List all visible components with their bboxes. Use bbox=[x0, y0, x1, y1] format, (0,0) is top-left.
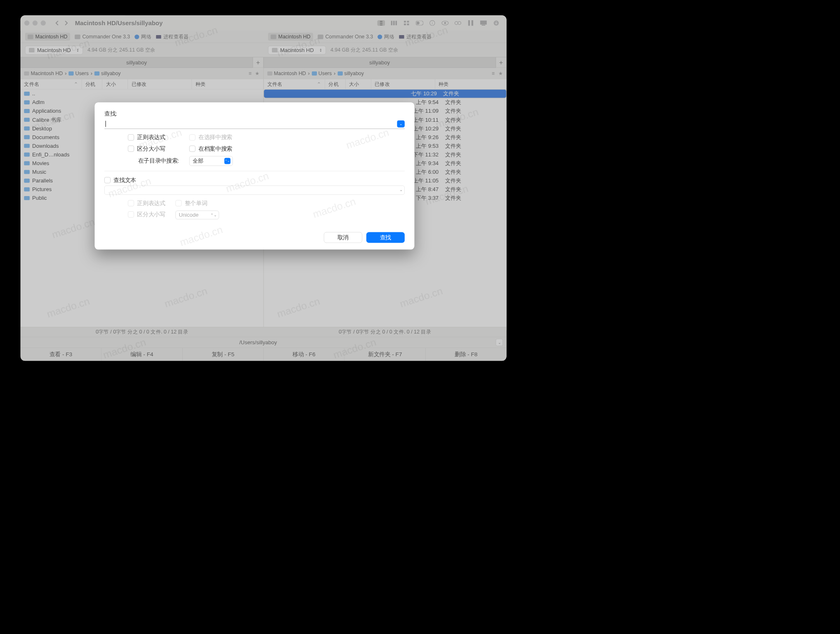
function-keys: 查看 - F3 编辑 - F4 复制 - F5 移动 - F6 新文件夹 - F… bbox=[21, 348, 507, 361]
whole-word-checkbox: 整个单词 bbox=[175, 199, 219, 207]
cancel-button[interactable]: 取消 bbox=[324, 232, 362, 243]
preview-icon[interactable] bbox=[441, 20, 449, 26]
find-text-history-button[interactable]: ⌄ bbox=[399, 187, 403, 192]
col-name[interactable]: 文件名⌃ bbox=[21, 79, 82, 89]
svg-rect-8 bbox=[404, 24, 406, 25]
queue-icon[interactable] bbox=[467, 20, 475, 26]
tab-right[interactable]: sillyaboy bbox=[264, 57, 496, 68]
svg-rect-18 bbox=[468, 20, 470, 26]
fkey-newfolder[interactable]: 新文件夹 - F7 bbox=[344, 348, 425, 361]
fkey-edit[interactable]: 编辑 - F4 bbox=[101, 348, 182, 361]
list-icon-r[interactable]: ≡ bbox=[492, 70, 495, 76]
regex-checkbox[interactable]: 正则表达式 bbox=[128, 134, 179, 142]
svg-rect-4 bbox=[393, 21, 395, 25]
file-row[interactable]: .. bbox=[21, 89, 264, 98]
folder-icon bbox=[24, 118, 30, 122]
source-network-r[interactable]: 网络 bbox=[378, 33, 394, 40]
folder-icon bbox=[24, 144, 30, 148]
view-columns-icon[interactable] bbox=[390, 20, 398, 26]
breadcrumb-tools-right: ≡ ★ bbox=[492, 70, 503, 76]
col-ext[interactable]: 分机 bbox=[82, 79, 102, 89]
encoding-select[interactable]: Unicode⌃⌄ bbox=[175, 211, 219, 219]
case-checkbox[interactable]: 区分大小写 bbox=[128, 145, 179, 153]
find-text-checkbox[interactable]: 查找文本 bbox=[104, 176, 405, 184]
col-mod-r[interactable]: 已修改 bbox=[371, 79, 435, 89]
crumb-root[interactable]: Macintosh HD bbox=[24, 71, 63, 76]
drive-selector-left[interactable]: Macintosh HD▲▼ bbox=[25, 46, 83, 54]
minimize-window-button[interactable] bbox=[33, 21, 38, 26]
status-row: 0字节 / 0字节 分之 0 / 0 文件. 0 / 12 目录 0字节 / 0… bbox=[21, 327, 507, 337]
subdir-select[interactable]: 全部⌃⌄ bbox=[189, 156, 233, 166]
svg-rect-21 bbox=[481, 25, 485, 26]
new-tab-right[interactable]: + bbox=[496, 57, 507, 68]
view-grid-icon[interactable] bbox=[403, 20, 411, 26]
crumb-users[interactable]: Users bbox=[68, 71, 89, 76]
svg-rect-20 bbox=[480, 21, 487, 25]
nav-back-button[interactable] bbox=[54, 20, 60, 26]
source-network[interactable]: 网络 bbox=[134, 33, 151, 40]
file-row[interactable]: 七午 10:29文件夹 bbox=[264, 89, 507, 98]
close-window-button[interactable] bbox=[24, 21, 29, 26]
zoom-window-button[interactable] bbox=[41, 21, 46, 26]
crumb-users-r[interactable]: Users bbox=[312, 71, 332, 76]
folder-icon bbox=[24, 187, 30, 192]
path-footer: /Users/sillyaboy ⌄ bbox=[21, 337, 507, 348]
col-size-r[interactable]: 大小 bbox=[345, 79, 371, 89]
find-button[interactable]: 查找 bbox=[366, 232, 405, 243]
case2-checkbox: 区分大小写 bbox=[128, 211, 165, 218]
toolbar-icons: i bbox=[378, 20, 503, 26]
nav-forward-button[interactable] bbox=[63, 20, 69, 26]
fkey-copy[interactable]: 复制 - F5 bbox=[182, 348, 263, 361]
folder-icon bbox=[24, 126, 30, 130]
svg-rect-2 bbox=[380, 25, 382, 26]
terminal-icon[interactable] bbox=[480, 20, 488, 26]
view-list-icon[interactable] bbox=[378, 20, 385, 26]
col-size[interactable]: 大小 bbox=[102, 79, 128, 89]
source-tabs-left: Macintosh HD Commander One 3.3 网络 进程查看器 bbox=[21, 31, 264, 43]
list-icon[interactable]: ≡ bbox=[249, 70, 252, 76]
col-mod[interactable]: 已修改 bbox=[128, 79, 192, 89]
download-icon[interactable] bbox=[493, 20, 500, 26]
star-icon-r[interactable]: ★ bbox=[498, 70, 503, 76]
fkey-delete[interactable]: 删除 - F8 bbox=[426, 348, 507, 361]
drive-selector-right[interactable]: Macintosh HD▲▼ bbox=[268, 46, 326, 54]
col-ext-r[interactable]: 分机 bbox=[325, 79, 346, 89]
fkey-move[interactable]: 移动 - F6 bbox=[264, 348, 344, 361]
folder-icon bbox=[24, 135, 30, 139]
find-label: 查找: bbox=[104, 110, 405, 118]
source-tabs-right: Macintosh HD Commander One 3.3 网络 进程查看器 bbox=[264, 31, 507, 43]
star-icon[interactable]: ★ bbox=[255, 70, 260, 76]
regex2-checkbox: 正则表达式 bbox=[128, 199, 165, 207]
fkey-view[interactable]: 查看 - F3 bbox=[21, 348, 101, 361]
path-dropdown-button[interactable]: ⌄ bbox=[496, 339, 503, 346]
source-macintosh-hd-r[interactable]: Macintosh HD bbox=[268, 33, 313, 40]
col-name-r[interactable]: 文件名⌃ bbox=[264, 79, 325, 89]
tab-strip: sillyaboy + sillyaboy + bbox=[21, 57, 507, 68]
find-text-input[interactable] bbox=[104, 186, 405, 195]
find-input-wrap: ⌄ bbox=[104, 120, 405, 129]
svg-point-15 bbox=[444, 22, 446, 24]
source-commander-one-r[interactable]: Commander One 3.3 bbox=[318, 34, 373, 40]
source-process-viewer-r[interactable]: 进程查看器 bbox=[399, 33, 432, 40]
find-history-button[interactable]: ⌄ bbox=[397, 120, 405, 127]
find-input[interactable] bbox=[104, 120, 405, 129]
new-tab-left[interactable]: + bbox=[253, 57, 264, 68]
in-selection-checkbox: 在选择中搜索 bbox=[189, 134, 233, 142]
col-kind[interactable]: 种类 bbox=[192, 79, 263, 89]
window-controls bbox=[24, 21, 46, 26]
breadcrumb-right: Macintosh HD› Users› sillyaboy ≡ ★ bbox=[263, 68, 506, 79]
info-icon[interactable]: i bbox=[429, 20, 437, 26]
crumb-current[interactable]: sillyaboy bbox=[94, 71, 121, 76]
source-commander-one[interactable]: Commander One 3.3 bbox=[75, 34, 130, 40]
toggle-hidden-icon[interactable] bbox=[416, 20, 424, 26]
crumb-root-r[interactable]: Macintosh HD bbox=[267, 71, 306, 76]
tab-left[interactable]: sillyaboy bbox=[21, 57, 253, 68]
col-kind-r[interactable]: 种类 bbox=[435, 79, 506, 89]
in-archive-checkbox[interactable]: 在档案中搜索 bbox=[189, 145, 233, 153]
crumb-current-r[interactable]: sillyaboy bbox=[337, 71, 364, 76]
source-process-viewer[interactable]: 进程查看器 bbox=[156, 33, 189, 40]
source-macintosh-hd[interactable]: Macintosh HD bbox=[25, 33, 70, 40]
folder-icon bbox=[24, 109, 30, 113]
link-icon[interactable] bbox=[454, 20, 462, 26]
titlebar: Macintosh HD/Users/sillyaboy i bbox=[21, 15, 507, 31]
